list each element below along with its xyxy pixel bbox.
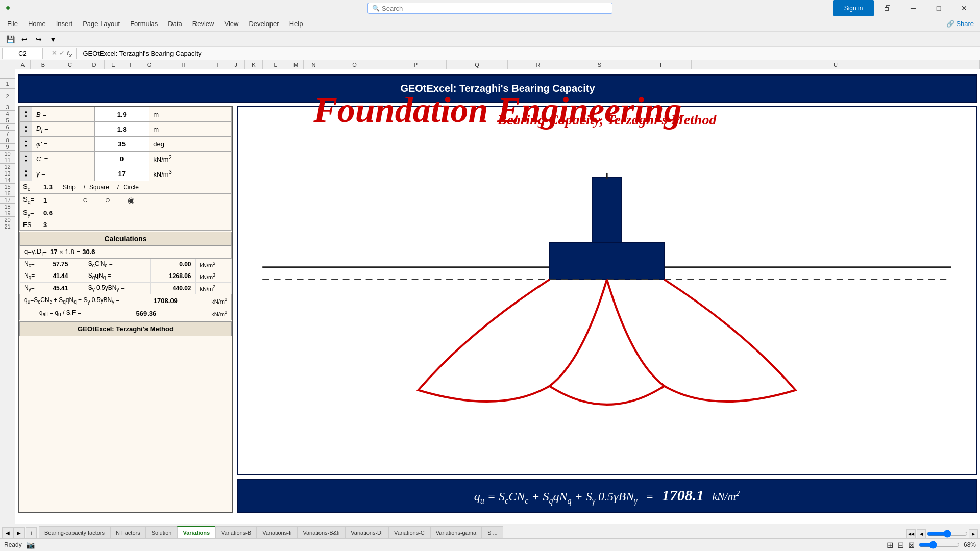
more-icon[interactable]: ▼ — [47, 34, 59, 45]
tab-scroll-right[interactable]: ▶ — [13, 527, 24, 538]
row-11[interactable]: 11 — [0, 157, 15, 164]
menu-view[interactable]: View — [219, 18, 243, 30]
menu-file[interactable]: File — [2, 18, 23, 30]
col-R[interactable]: R — [508, 60, 569, 69]
tab-add[interactable]: + — [26, 527, 37, 538]
search-box[interactable]: 🔍 — [368, 3, 612, 14]
B-value[interactable]: 1.9 — [95, 107, 149, 122]
row-21[interactable]: 21 — [0, 223, 15, 230]
menu-help[interactable]: Help — [284, 18, 308, 30]
minimize-button[interactable]: ─ — [901, 0, 925, 16]
tab-variations-df[interactable]: Variations-Df — [345, 526, 388, 538]
tab-solution[interactable]: Solution — [146, 526, 178, 538]
row-10[interactable]: 10 — [0, 151, 15, 157]
col-I[interactable]: I — [209, 60, 227, 69]
normal-view-icon[interactable]: ⊞ — [887, 540, 893, 550]
C-spinner[interactable]: ▲ ▼ — [20, 152, 32, 166]
tab-n-factors[interactable]: N Factors — [110, 526, 146, 538]
col-B[interactable]: B — [31, 60, 56, 69]
col-K[interactable]: K — [245, 60, 263, 69]
col-M[interactable]: M — [288, 60, 304, 69]
row-1[interactable]: 1 — [0, 79, 15, 89]
radio-strip[interactable]: ○ — [83, 195, 88, 205]
row-6[interactable]: 6 — [0, 124, 15, 131]
formula-input[interactable] — [81, 48, 978, 59]
row-9[interactable]: 9 — [0, 144, 15, 151]
col-D[interactable]: D — [84, 60, 105, 69]
page-break-icon[interactable]: ⊠ — [908, 540, 915, 550]
tab-variations[interactable]: Variations — [177, 526, 215, 538]
col-J[interactable]: J — [227, 60, 245, 69]
undo-icon[interactable]: ↩ — [18, 34, 31, 45]
row-15[interactable]: 15 — [0, 184, 15, 190]
restore-button[interactable]: 🗗 — [876, 0, 899, 16]
col-F[interactable]: F — [122, 60, 140, 69]
close-button[interactable]: ✕ — [952, 0, 976, 16]
share-button[interactable]: 🔗 Share — [942, 19, 978, 29]
name-box[interactable] — [2, 48, 43, 59]
menu-formulas[interactable]: Formulas — [125, 18, 163, 30]
redo-icon[interactable]: ↪ — [33, 34, 45, 45]
col-C[interactable]: C — [56, 60, 84, 69]
tab-variations-bfi[interactable]: Variations-B&fi — [297, 526, 345, 538]
row-14[interactable]: 14 — [0, 177, 15, 184]
tab-variations-c[interactable]: Variations-C — [388, 526, 430, 538]
col-H[interactable]: H — [158, 60, 209, 69]
menu-home[interactable]: Home — [23, 18, 51, 30]
row-16[interactable]: 16 — [0, 190, 15, 197]
sheet-nav-prev[interactable]: ◀ — [917, 529, 926, 538]
col-N[interactable]: N — [304, 60, 324, 69]
menu-review[interactable]: Review — [187, 18, 219, 30]
gamma-spinner[interactable]: ▲ ▼ — [20, 166, 32, 181]
Df-spinner[interactable]: ▲ ▼ — [20, 122, 32, 137]
menu-data[interactable]: Data — [163, 18, 187, 30]
col-A[interactable]: A — [15, 60, 31, 69]
Df-value[interactable]: 1.8 — [95, 122, 149, 137]
col-E[interactable]: E — [105, 60, 122, 69]
row-5[interactable]: 5 — [0, 117, 15, 124]
save-icon[interactable]: 💾 — [4, 34, 16, 45]
search-input[interactable] — [382, 5, 608, 12]
col-Q[interactable]: Q — [447, 60, 508, 69]
row-19[interactable]: 19 — [0, 210, 15, 217]
row-13[interactable]: 13 — [0, 170, 15, 177]
status-camera-icon[interactable]: 📷 — [26, 541, 35, 549]
row-3[interactable]: 3 — [0, 104, 15, 111]
row-4[interactable]: 4 — [0, 111, 15, 117]
radio-circle[interactable]: ◉ — [128, 195, 135, 205]
col-P[interactable]: P — [385, 60, 447, 69]
tab-s[interactable]: S ... — [482, 526, 503, 538]
tab-scroll-left[interactable]: ◀ — [2, 527, 13, 538]
sheet-nav-next[interactable]: ▶ — [969, 529, 978, 538]
col-G[interactable]: G — [140, 60, 158, 69]
phi-value[interactable]: 35 — [95, 137, 149, 152]
sheet-nav-first[interactable]: ◀◀ — [906, 529, 916, 538]
col-S[interactable]: S — [569, 60, 630, 69]
zoom-slider[interactable] — [919, 541, 960, 549]
col-O[interactable]: O — [324, 60, 385, 69]
col-T[interactable]: T — [630, 60, 692, 69]
row-2[interactable]: 2 — [0, 89, 15, 104]
horizontal-scrollbar[interactable] — [927, 530, 968, 538]
menu-page-layout[interactable]: Page Layout — [78, 18, 125, 30]
radio-square[interactable]: ○ — [105, 195, 110, 205]
row-17[interactable]: 17 — [0, 197, 15, 204]
C-value[interactable]: 0 — [95, 152, 149, 166]
row-18[interactable]: 18 — [0, 204, 15, 210]
col-U[interactable]: U — [692, 60, 980, 69]
menu-developer[interactable]: Developer — [243, 18, 284, 30]
tab-variations-fi[interactable]: Variations-fi — [257, 526, 297, 538]
tab-variations-b[interactable]: Variations-B — [215, 526, 257, 538]
row-7[interactable]: 7 — [0, 131, 15, 137]
gamma-value[interactable]: 17 — [95, 166, 149, 181]
B-spinner[interactable]: ▲ ▼ — [20, 107, 32, 122]
page-layout-icon[interactable]: ⊟ — [897, 540, 904, 550]
phi-spinner[interactable]: ▲ ▼ — [20, 137, 32, 152]
signin-button[interactable]: Sign in — [833, 0, 874, 16]
tab-variations-gama[interactable]: Variations-gama — [430, 526, 482, 538]
function-icon[interactable]: fx — [67, 49, 72, 58]
row-20[interactable]: 20 — [0, 217, 15, 223]
menu-insert[interactable]: Insert — [51, 18, 78, 30]
tab-bearing-capacity[interactable]: Bearing-capacity factors — [39, 526, 110, 538]
cancel-icon[interactable]: ✕ — [52, 49, 57, 58]
